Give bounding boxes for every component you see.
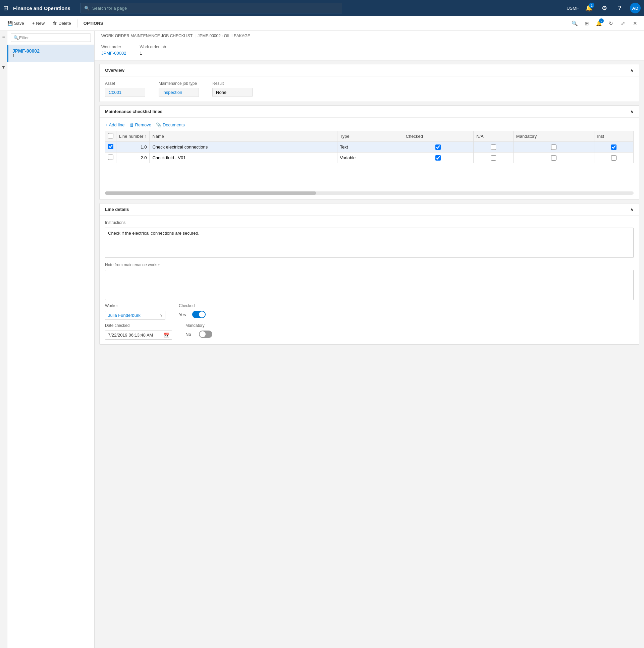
apps-icon[interactable]: ⊞ (3, 4, 8, 12)
table-row[interactable]: 2.0 Check fluid - V01 Variable (105, 153, 634, 163)
date-checked-field: Date checked 📅 (105, 323, 172, 339)
col-inst: Inst (594, 131, 634, 142)
na-checkbox[interactable] (491, 155, 496, 161)
toolbar-separator (77, 19, 78, 28)
overview-section: Overview ∧ Asset C0001 Maintenance job t… (99, 64, 639, 102)
row-checked[interactable] (403, 153, 473, 163)
row-select-checkbox[interactable] (108, 155, 113, 160)
checklist-title: Maintenance checklist lines (105, 109, 162, 114)
overview-fields: Asset C0001 Maintenance job type Inspect… (105, 81, 634, 97)
toolbar-refresh-btn[interactable]: ↻ (606, 18, 616, 29)
col-na: N/A (473, 131, 513, 142)
checked-toggle-row: Yes (179, 311, 206, 318)
breadcrumb-part1: WORK ORDER MAINTENANCE JOB CHECKLIST (101, 34, 193, 38)
mandatory-checkbox[interactable] (551, 145, 556, 150)
checked-checkbox[interactable] (435, 155, 441, 161)
col-mandatory: Mandatory (513, 131, 594, 142)
note-label: Note from maintenance worker (105, 263, 634, 267)
add-line-button[interactable]: + Add line (105, 122, 125, 127)
mandatory-toggle-value-label: No (186, 332, 196, 337)
scroll-thumb[interactable] (105, 192, 316, 195)
mandatory-checkbox[interactable] (551, 155, 556, 161)
notifications-btn[interactable]: 🔔 1 (584, 3, 594, 13)
row-checked[interactable] (403, 142, 473, 153)
checklist-header[interactable]: Maintenance checklist lines ∧ (100, 106, 639, 118)
search-bar[interactable]: 🔍 (81, 3, 342, 13)
na-checkbox[interactable] (491, 145, 496, 150)
search-input[interactable] (92, 6, 338, 11)
asset-value[interactable]: C0001 (105, 88, 145, 97)
row-na[interactable] (473, 142, 513, 153)
row-type: Text (337, 142, 403, 153)
result-label: Result (212, 81, 253, 86)
delete-button[interactable]: 🗑 Delete (49, 19, 75, 27)
help-btn[interactable]: ? (614, 3, 625, 13)
col-checked: Checked (403, 131, 473, 142)
work-order-link[interactable]: JPMF-00002 (101, 51, 126, 56)
result-value[interactable]: None (212, 88, 253, 97)
col-name: Name (150, 131, 337, 142)
row-select-cell[interactable] (105, 142, 116, 153)
date-mandatory-group: Date checked 📅 Mandatory No (105, 323, 634, 339)
list-filter-area: 🔍 (7, 31, 94, 45)
col-line-number[interactable]: Line number ↑ (116, 131, 150, 142)
work-order-field: Work order JPMF-00002 (101, 45, 126, 56)
main-layout: ≡ ▼ 🔍 JPMF-00002 1 WORK ORDER MAINTENANC… (0, 31, 644, 648)
list-item[interactable]: JPMF-00002 1 (7, 45, 94, 62)
toolbar-notif-btn[interactable]: 🔔 0 (594, 18, 604, 29)
calendar-icon[interactable]: 📅 (164, 332, 169, 338)
work-order-job-value: 1 (140, 51, 166, 56)
filter-input[interactable] (11, 34, 91, 42)
overview-header[interactable]: Overview ∧ (100, 64, 639, 76)
worker-select-wrap: Julia Funderburk ∨ (105, 311, 165, 320)
maint-job-type-value[interactable]: Inspection (159, 88, 199, 97)
col-select (105, 131, 116, 142)
line-details-section: Line details ∧ Instructions Note from ma… (99, 203, 639, 344)
horizontal-scrollbar[interactable] (105, 192, 634, 195)
options-label[interactable]: OPTIONS (80, 19, 107, 27)
date-input-wrap: 📅 (105, 330, 172, 339)
instructions-textarea[interactable] (105, 228, 634, 258)
line-details-header[interactable]: Line details ∧ (100, 204, 639, 216)
checked-checkbox[interactable] (435, 145, 441, 150)
settings-btn[interactable]: ⚙ (599, 3, 610, 13)
documents-button[interactable]: 📎 Documents (156, 122, 185, 127)
date-checked-input[interactable] (105, 330, 172, 339)
checklist-body: + Add line 🗑 Remove 📎 Documents (100, 118, 639, 200)
row-inst[interactable] (594, 153, 634, 163)
note-textarea[interactable] (105, 270, 634, 300)
row-mandatory[interactable] (513, 153, 594, 163)
row-select-checkbox[interactable] (108, 144, 113, 149)
filter-input-wrap: 🔍 (11, 34, 91, 42)
list-item-id: JPMF-00002 (12, 48, 90, 54)
table-row[interactable]: 1.0 Check electrical connections Text (105, 142, 634, 153)
content-area: WORK ORDER MAINTENANCE JOB CHECKLIST | J… (95, 31, 644, 648)
row-select-cell[interactable] (105, 153, 116, 163)
work-order-job-label: Work order job (140, 45, 166, 49)
list-item-sub: 1 (12, 54, 90, 58)
toolbar-right: 🔍 ⊞ 🔔 0 ↻ ⤢ ✕ (569, 18, 640, 29)
select-all-checkbox[interactable] (108, 133, 113, 139)
filter-side-icon[interactable]: ▼ (1, 64, 6, 70)
new-button[interactable]: + New (29, 19, 48, 27)
filter-search-icon: 🔍 (13, 35, 19, 40)
checklist-section: Maintenance checklist lines ∧ + Add line… (99, 105, 639, 200)
row-inst[interactable] (594, 142, 634, 153)
mandatory-toggle-label: Mandatory (186, 323, 212, 328)
avatar[interactable]: AD (630, 3, 641, 13)
inst-checkbox[interactable] (611, 155, 616, 161)
row-na[interactable] (473, 153, 513, 163)
checked-toggle-switch[interactable] (192, 311, 206, 318)
hamburger-icon[interactable]: ≡ (2, 34, 5, 40)
mandatory-toggle-switch[interactable] (199, 330, 212, 338)
toolbar-fullscreen-btn[interactable]: ⤢ (618, 18, 628, 29)
toolbar-grid-btn[interactable]: ⊞ (582, 18, 592, 29)
toolbar-search-btn[interactable]: 🔍 (569, 18, 580, 29)
row-name: Check fluid - V01 (150, 153, 337, 163)
worker-select[interactable]: Julia Funderburk (105, 311, 165, 320)
save-button[interactable]: 💾 Save (4, 19, 28, 27)
row-mandatory[interactable] (513, 142, 594, 153)
remove-button[interactable]: 🗑 Remove (130, 122, 151, 127)
toolbar-close-btn[interactable]: ✕ (630, 18, 640, 29)
inst-checkbox[interactable] (611, 145, 616, 150)
